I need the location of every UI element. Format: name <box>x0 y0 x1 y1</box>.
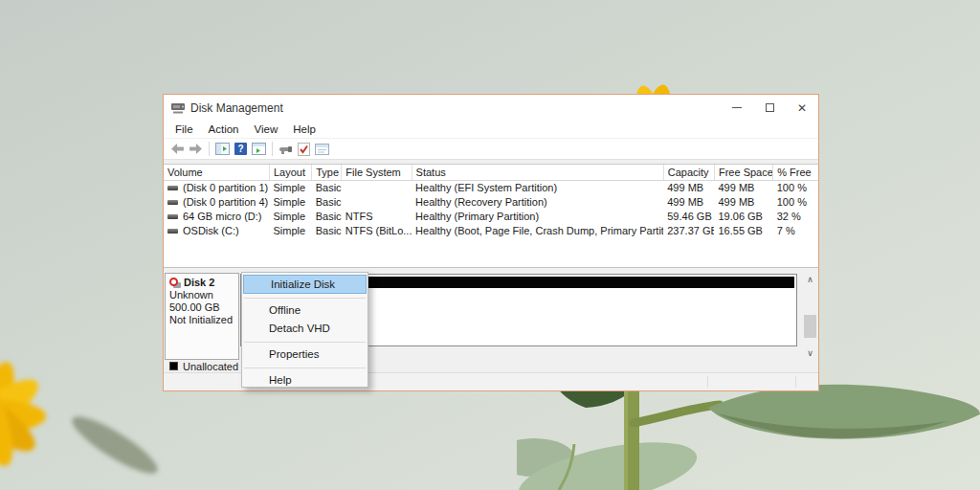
menu-item-offline[interactable]: Offline <box>242 301 368 320</box>
menu-separator <box>244 342 366 343</box>
properties-button[interactable] <box>313 141 331 158</box>
menu-separator <box>244 298 366 299</box>
volume-free-space: 499 MB <box>714 194 772 209</box>
menu-item-initialize-disk[interactable]: Initialize Disk <box>243 275 367 294</box>
volume-free-space: 16.55 GB <box>714 223 772 237</box>
console-tree-icon <box>215 143 230 155</box>
volume-icon <box>167 186 178 190</box>
menu-item-help[interactable]: Help <box>242 371 368 390</box>
volume-layout: Simple <box>269 223 311 237</box>
volume-status: Healthy (Recovery Partition) <box>412 194 663 209</box>
status-bar-divider <box>707 376 708 388</box>
help-button[interactable]: ? <box>232 141 250 158</box>
menu-bar: File Action View Help <box>164 121 818 139</box>
volume-row[interactable]: (Disk 0 partition 4) Simple Basic Health… <box>164 194 818 209</box>
column-header-status[interactable]: Status <box>412 165 663 180</box>
volume-pct-free: 32 % <box>773 209 818 223</box>
properties-window-icon <box>315 144 329 155</box>
check-disk-button[interactable] <box>295 141 313 158</box>
disk-name: Disk 2 <box>184 277 214 289</box>
volume-type: Basic <box>312 209 342 223</box>
window-title: Disk Management <box>190 101 283 115</box>
menu-separator <box>244 368 366 368</box>
export-list-button[interactable] <box>250 141 268 158</box>
forward-arrow-icon <box>189 144 202 154</box>
back-arrow-icon <box>171 144 184 154</box>
document-check-icon <box>298 143 310 156</box>
volume-type: Basic <box>312 223 342 237</box>
column-header-layout[interactable]: Layout <box>269 165 311 180</box>
volume-name: (Disk 0 partition 1) <box>183 182 268 193</box>
menu-help[interactable]: Help <box>285 123 323 135</box>
volume-name: 64 GB micro (D:) <box>183 211 262 222</box>
status-bar-divider <box>795 376 796 388</box>
volume-row[interactable]: 64 GB micro (D:) Simple Basic NTFS Healt… <box>164 209 818 223</box>
volume-layout: Simple <box>269 194 311 209</box>
volume-status: Healthy (Primary Partition) <box>412 209 663 223</box>
volume-free-space: 499 MB <box>714 180 772 194</box>
popgun-button[interactable] <box>277 141 295 158</box>
disk-error-icon <box>169 278 181 289</box>
menu-action[interactable]: Action <box>201 123 247 135</box>
column-header-volume[interactable]: Volume <box>164 165 269 180</box>
volume-capacity: 499 MB <box>663 180 714 194</box>
column-header-type[interactable]: Type <box>312 165 342 180</box>
forward-button[interactable] <box>187 141 205 158</box>
title-bar[interactable]: Disk Management ✕ <box>164 95 818 121</box>
popgun-icon <box>278 144 293 155</box>
close-icon: ✕ <box>797 101 807 115</box>
volume-capacity: 499 MB <box>663 194 714 209</box>
back-button[interactable] <box>168 141 187 158</box>
scrollbar-thumb[interactable] <box>804 315 816 338</box>
minimize-button[interactable] <box>721 95 753 121</box>
volume-layout: Simple <box>269 180 311 194</box>
column-header-free-space[interactable]: Free Space <box>714 165 772 180</box>
sunflower-petals-top <box>560 36 751 94</box>
volume-icon <box>167 200 178 205</box>
scroll-down-icon: ∨ <box>807 349 813 358</box>
close-button[interactable]: ✕ <box>786 95 818 121</box>
menu-file[interactable]: File <box>167 123 201 135</box>
volume-name: (Disk 0 partition 4) <box>183 196 268 208</box>
toolbar-separator <box>272 142 273 156</box>
toolbar: ? <box>164 139 818 160</box>
minimize-icon <box>732 107 742 108</box>
maximize-icon <box>766 103 774 112</box>
volume-row[interactable]: OSDisk (C:) Simple Basic NTFS (BitLo... … <box>164 223 818 237</box>
volume-capacity: 237.37 GB <box>663 223 714 237</box>
volume-name: OSDisk (C:) <box>183 225 239 236</box>
volume-status: Healthy (EFI System Partition) <box>412 180 663 194</box>
menu-item-properties[interactable]: Properties <box>242 345 368 364</box>
scroll-down-button[interactable]: ∨ <box>803 346 817 360</box>
volume-file-system <box>342 180 412 194</box>
unallocated-swatch <box>169 362 178 370</box>
disk-context-menu: Initialize Disk Offline Detach VHD Prope… <box>241 272 368 388</box>
menu-view[interactable]: View <box>247 123 286 135</box>
disk-type: Unknown <box>169 289 238 301</box>
volume-type: Basic <box>312 180 342 194</box>
vertical-scrollbar[interactable]: ∧ ∨ <box>803 273 817 360</box>
volume-icon <box>167 229 178 234</box>
scroll-up-icon: ∧ <box>807 276 813 284</box>
volume-table-header: Volume Layout Type File System Status Ca… <box>164 165 818 180</box>
disk-2-panel[interactable]: Disk 2 Unknown 500.00 GB Not Initialized <box>165 273 239 360</box>
show-console-tree-button[interactable] <box>213 141 232 158</box>
menu-item-detach-vhd[interactable]: Detach VHD <box>242 320 368 338</box>
volume-pct-free: 100 % <box>773 194 818 209</box>
volume-row[interactable]: (Disk 0 partition 1) Simple Basic Health… <box>164 180 818 194</box>
export-list-icon <box>252 143 266 155</box>
column-header-capacity[interactable]: Capacity <box>663 165 714 180</box>
toolbar-separator <box>209 142 210 156</box>
volume-file-system: NTFS (BitLo... <box>342 223 412 237</box>
volume-type: Basic <box>312 194 342 209</box>
help-icon: ? <box>234 143 247 155</box>
unallocated-label: Unallocated <box>183 361 238 372</box>
volume-pct-free: 7 % <box>773 223 818 237</box>
scroll-up-button[interactable]: ∧ <box>803 273 817 286</box>
column-header-pct-free[interactable]: % Free <box>773 165 818 180</box>
volume-list: Volume Layout Type File System Status Ca… <box>164 164 818 268</box>
column-header-file-system[interactable]: File System <box>342 165 412 180</box>
maximize-button[interactable] <box>753 95 786 121</box>
disk-size: 500.00 GB <box>169 301 238 314</box>
disk-management-app-icon <box>171 102 185 114</box>
